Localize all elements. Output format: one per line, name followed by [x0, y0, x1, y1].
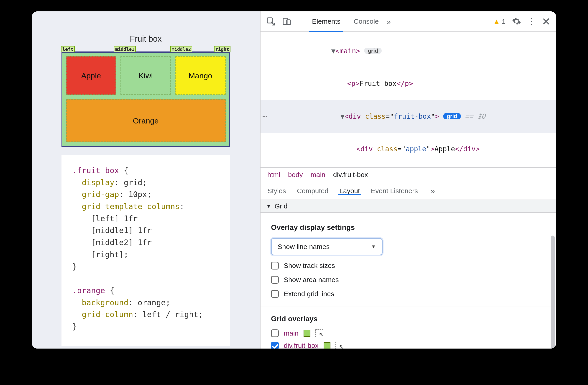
breadcrumb-main[interactable]: main [311, 171, 325, 179]
more-subtabs-icon[interactable]: » [431, 187, 435, 195]
breadcrumb-fruit-box[interactable]: div.fruit-box [333, 171, 368, 179]
reveal-element-icon[interactable] [315, 329, 323, 337]
subtab-layout[interactable]: Layout [339, 187, 360, 195]
grid-line-label-middle2: middle2 [170, 46, 192, 52]
checkbox-row-area-names[interactable]: Show area names [271, 276, 546, 284]
dom-node-apple[interactable]: <div class="apple">Apple</div> [261, 133, 556, 166]
grid-badge-active[interactable]: grid [443, 113, 461, 119]
checkbox-row-track-sizes[interactable]: Show track sizes [271, 262, 546, 270]
code-snippet: .fruit-box { display: grid; grid-gap: 10… [62, 155, 230, 346]
dom-node-main[interactable]: ▼<main> grid [261, 35, 556, 67]
overlay-checkbox-fruit-box[interactable] [271, 342, 279, 348]
warning-icon: ▲ [493, 18, 500, 25]
grid-line-labels: left middle1 middle2 right [62, 46, 230, 52]
cell-kiwi: Kiwi [121, 56, 171, 95]
subtab-event-listeners[interactable]: Event Listeners [371, 187, 418, 195]
overlay-color-swatch-fruit-box[interactable] [324, 342, 330, 348]
select-value: Show line names [278, 243, 330, 251]
dom-node-p[interactable]: <p>Fruit box</p> [261, 67, 556, 100]
section-title-grid: Grid [275, 202, 288, 210]
section-header-grid[interactable]: ▼ Grid [261, 200, 556, 213]
overlay-name-main[interactable]: main [284, 329, 298, 337]
warning-count: 1 [502, 18, 505, 25]
reveal-element-icon[interactable] [336, 342, 343, 348]
tab-console[interactable]: Console [348, 11, 384, 32]
overlay-row-fruit-box: div.fruit-box [271, 342, 546, 348]
breadcrumb-html[interactable]: html [267, 171, 280, 179]
elements-breadcrumb[interactable]: html body main div.fruit-box [261, 167, 556, 182]
select-caret-icon: ▼ [371, 244, 376, 250]
subtab-styles[interactable]: Styles [267, 187, 286, 195]
grid-line-label-right: right [214, 46, 231, 52]
overlay-color-swatch-main[interactable] [304, 330, 310, 337]
cell-mango: Mango [175, 56, 226, 95]
heading-grid-overlays: Grid overlays [271, 315, 546, 323]
grid-line-label-middle1: middle1 [114, 46, 136, 52]
svg-rect-2 [287, 20, 290, 25]
checkbox-track-sizes[interactable] [271, 262, 279, 270]
scrollbar-track[interactable] [551, 235, 555, 346]
inspect-element-icon[interactable] [266, 17, 275, 26]
checkbox-area-names[interactable] [271, 276, 279, 284]
heading-overlay-settings: Overlay display settings [271, 223, 546, 232]
settings-gear-icon[interactable] [512, 17, 521, 26]
checkbox-row-extend-lines[interactable]: Extend grid lines [271, 290, 546, 298]
grid-badge[interactable]: grid [364, 48, 382, 54]
devtools-toolbar: Elements Console » ▲ 1 ⋮ [261, 11, 556, 32]
checkbox-extend-lines[interactable] [271, 290, 279, 298]
fruit-box: Apple Kiwi Mango Orange [62, 52, 230, 147]
checkbox-label-area-names: Show area names [284, 276, 339, 284]
more-tabs-icon[interactable]: » [386, 17, 391, 26]
preview-title: Fruit box [45, 34, 246, 44]
kebab-menu-icon[interactable]: ⋮ [527, 17, 536, 26]
disclosure-triangle-icon: ▼ [266, 203, 272, 209]
page-preview-pane: Fruit box left middle1 middle2 right App… [32, 11, 260, 348]
overlay-name-fruit-box[interactable]: div.fruit-box [284, 342, 319, 348]
layout-panel: Overlay display settings Show line names… [261, 213, 556, 348]
close-devtools-icon[interactable] [542, 17, 550, 25]
grid-overlay-container: left middle1 middle2 right Apple Kiwi Ma… [62, 46, 230, 147]
checkbox-label-extend-lines: Extend grid lines [284, 290, 334, 298]
cell-orange: Orange [66, 99, 226, 142]
subtab-computed[interactable]: Computed [297, 187, 328, 195]
warnings-indicator[interactable]: ▲ 1 [493, 18, 505, 25]
grid-line-label-left: left [61, 46, 75, 52]
sidebar-tabs: Styles Computed Layout Event Listeners » [261, 182, 556, 200]
overlay-row-main: main [271, 329, 546, 337]
checkbox-label-track-sizes: Show track sizes [284, 262, 335, 270]
cell-apple: Apple [66, 56, 116, 95]
elements-dom-tree[interactable]: ▼<main> grid <p>Fruit box</p> ▼<div clas… [261, 32, 556, 167]
dom-node-fruit-box[interactable]: ▼<div class="fruit-box"> grid == $0 [261, 100, 556, 133]
app-window: Fruit box left middle1 middle2 right App… [32, 11, 556, 348]
devtools-pane: Elements Console » ▲ 1 ⋮ [260, 11, 556, 348]
device-toolbar-icon[interactable] [282, 17, 292, 26]
line-names-select[interactable]: Show line names ▼ [271, 238, 383, 255]
tab-elements[interactable]: Elements [307, 11, 346, 32]
breadcrumb-body[interactable]: body [288, 171, 303, 179]
scrollbar-thumb[interactable] [551, 235, 555, 348]
overlay-checkbox-main[interactable] [271, 329, 279, 337]
svg-rect-1 [283, 18, 288, 25]
